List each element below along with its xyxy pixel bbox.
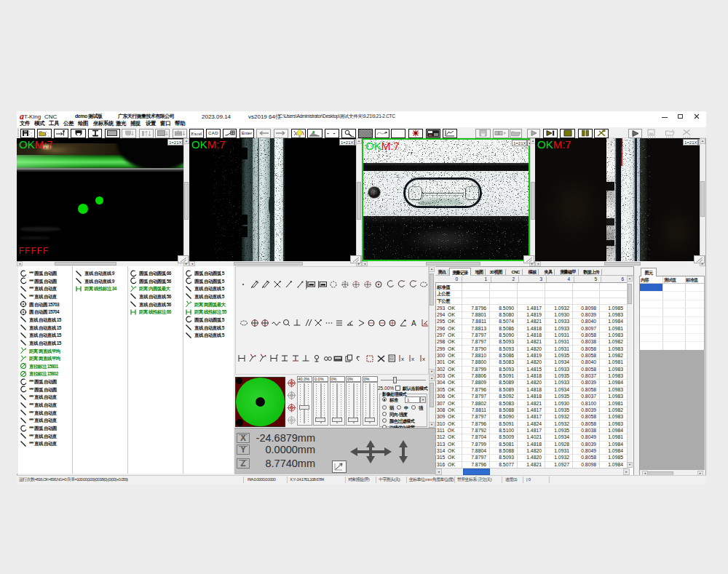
svg-text:x: x [401,356,404,362]
svg-text:A: A [411,319,416,327]
svg-text:x: x [411,356,414,362]
svg-text:x: x [422,356,425,362]
